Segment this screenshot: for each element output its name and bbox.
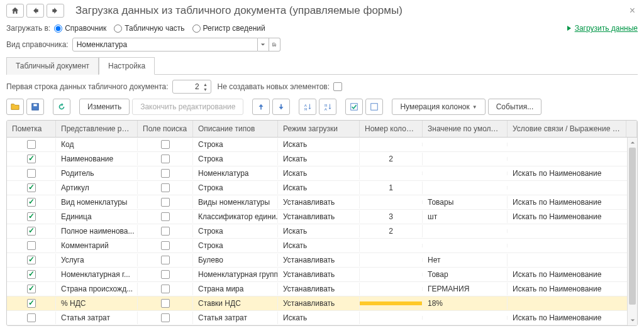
save-button[interactable] (26, 99, 44, 115)
table-row[interactable]: НаименованиеСтрокаИскать2 (7, 152, 637, 166)
row-searchfield-checkbox[interactable] (161, 256, 170, 264)
scrollbar[interactable] (627, 138, 637, 325)
row-searchfield-checkbox[interactable] (161, 313, 170, 322)
col-mode[interactable]: Режим загрузки (278, 121, 360, 137)
row-searchfield-checkbox[interactable] (161, 155, 170, 163)
row-searchfield-checkbox[interactable] (161, 241, 170, 250)
col-condition[interactable]: Условие связи / Выражение д... (508, 121, 626, 137)
move-down-button[interactable] (272, 99, 290, 115)
radio-tablepart[interactable]: Табличную часть (114, 24, 184, 33)
table-row[interactable]: Номенклатурная г...Номенклатурная группа… (7, 268, 637, 282)
scroll-up[interactable] (628, 138, 637, 148)
spin-down[interactable]: ▼ (202, 87, 209, 92)
row-mark-checkbox[interactable] (27, 169, 36, 178)
row-mark-checkbox[interactable] (27, 256, 36, 264)
row-mode: Устанавливать (278, 283, 360, 295)
move-up-button[interactable] (252, 99, 270, 115)
row-number (360, 273, 423, 276)
row-default (423, 316, 508, 320)
forward-button[interactable] (47, 4, 64, 18)
row-type: Номенклатура (193, 167, 278, 180)
events-button[interactable]: События... (488, 99, 542, 115)
row-searchfield-checkbox[interactable] (161, 285, 170, 293)
row-repr: Код (56, 138, 138, 151)
row-searchfield-checkbox[interactable] (161, 198, 170, 207)
row-default: ГЕРМАНИЯ (423, 283, 508, 295)
table-row[interactable]: КомментарийСтрокаИскать (7, 239, 637, 253)
col-number[interactable]: Номер колонки (360, 121, 423, 137)
col-representation[interactable]: Представление ре... (56, 121, 138, 137)
row-type: Строка (193, 225, 278, 237)
spin-up[interactable]: ▲ (202, 82, 209, 87)
first-row-input[interactable]: 2 ▲▼ (172, 80, 211, 94)
row-repr: % НДС (56, 297, 138, 310)
row-searchfield-checkbox[interactable] (161, 183, 170, 192)
row-condition: Искать по Наименование (508, 210, 637, 223)
table-row[interactable]: % НДССтавки НДСУстанавливать18% (7, 296, 637, 311)
row-searchfield-checkbox[interactable] (161, 140, 170, 149)
table-row[interactable]: АртикулСтрокаИскать1 (7, 181, 637, 195)
row-repr: Номенклатурная г... (56, 268, 138, 281)
back-button[interactable] (26, 4, 44, 18)
svg-rect-7 (371, 104, 378, 111)
row-mark-checkbox[interactable] (27, 183, 36, 192)
row-type: Строка (193, 182, 278, 194)
row-mark-checkbox[interactable] (27, 198, 36, 207)
no-create-checkbox[interactable] (333, 82, 342, 91)
close-button[interactable]: × (630, 5, 635, 16)
tab-document[interactable]: Табличный документ (6, 57, 99, 75)
col-default[interactable]: Значение по умолча... (423, 121, 508, 137)
home-button[interactable] (6, 4, 24, 18)
row-default: Нет (423, 254, 508, 266)
check-all-button[interactable] (345, 99, 363, 115)
row-mark-checkbox[interactable] (27, 227, 36, 236)
edit-button[interactable]: Изменить (79, 99, 130, 115)
row-mark-checkbox[interactable] (27, 212, 36, 221)
row-searchfield-checkbox[interactable] (161, 299, 170, 308)
radio-reference[interactable]: Справочник (54, 24, 106, 33)
svg-rect-6 (351, 104, 358, 111)
dropdown-open-button[interactable] (269, 38, 280, 52)
row-searchfield-checkbox[interactable] (161, 212, 170, 221)
row-mark-checkbox[interactable] (27, 241, 36, 250)
col-searchfield[interactable]: Поле поиска (138, 121, 193, 137)
row-searchfield-checkbox[interactable] (161, 227, 170, 236)
row-searchfield-checkbox[interactable] (161, 270, 170, 279)
row-repr: Статья затрат (56, 312, 138, 324)
radio-register[interactable]: Регистр сведений (192, 24, 265, 33)
table-row[interactable]: ЕдиницаКлассификатор едини...Устанавлива… (7, 210, 637, 224)
uncheck-all-button[interactable] (365, 99, 383, 115)
table-row[interactable]: УслугаБулевоУстанавливатьНет (7, 253, 637, 268)
dropdown-toggle[interactable] (258, 38, 269, 52)
table-row[interactable]: Вид номенклатурыВиды номенклатурыУстанав… (7, 195, 637, 210)
ref-type-dropdown[interactable]: Номенклатура (72, 38, 258, 52)
load-data-link[interactable]: Загрузить данные (566, 24, 638, 33)
table-row[interactable]: Статья затратСтатья затратИскатьИскать п… (7, 311, 637, 325)
scroll-down[interactable] (628, 315, 637, 325)
row-repr: Единица (56, 210, 138, 223)
table-row[interactable]: Страна происхожд...Страна мираУстанавлив… (7, 282, 637, 296)
row-mark-checkbox[interactable] (27, 140, 36, 149)
sort-desc-button[interactable]: ЯA (319, 99, 336, 115)
refresh-button[interactable] (53, 99, 70, 115)
sort-asc-button[interactable]: AЯ (299, 99, 316, 115)
row-condition (508, 143, 637, 146)
row-mark-checkbox[interactable] (27, 270, 36, 279)
folder-open-button[interactable] (6, 99, 24, 115)
table-row[interactable]: Полное наименова...СтрокаИскать2 (7, 224, 637, 239)
col-type[interactable]: Описание типов (193, 121, 278, 137)
row-mark-checkbox[interactable] (27, 155, 36, 163)
column-numbering-button[interactable]: Нумерация колонок▼ (392, 99, 485, 115)
row-mark-checkbox[interactable] (27, 285, 36, 293)
page-title: Загрузка данных из табличного документа … (75, 4, 402, 17)
table-row[interactable]: КодСтрокаИскать (7, 138, 637, 152)
col-mark[interactable]: Пометка (7, 121, 56, 137)
scroll-thumb[interactable] (629, 148, 636, 305)
table-row[interactable]: РодительНоменклатураИскатьИскать по Наим… (7, 166, 637, 181)
row-mark-checkbox[interactable] (27, 313, 36, 322)
row-searchfield-checkbox[interactable] (161, 169, 170, 178)
row-condition: Искать по Наименование (508, 268, 637, 281)
row-repr: Наименование (56, 153, 138, 165)
tab-settings[interactable]: Настройка (99, 57, 155, 75)
row-mark-checkbox[interactable] (27, 299, 36, 308)
